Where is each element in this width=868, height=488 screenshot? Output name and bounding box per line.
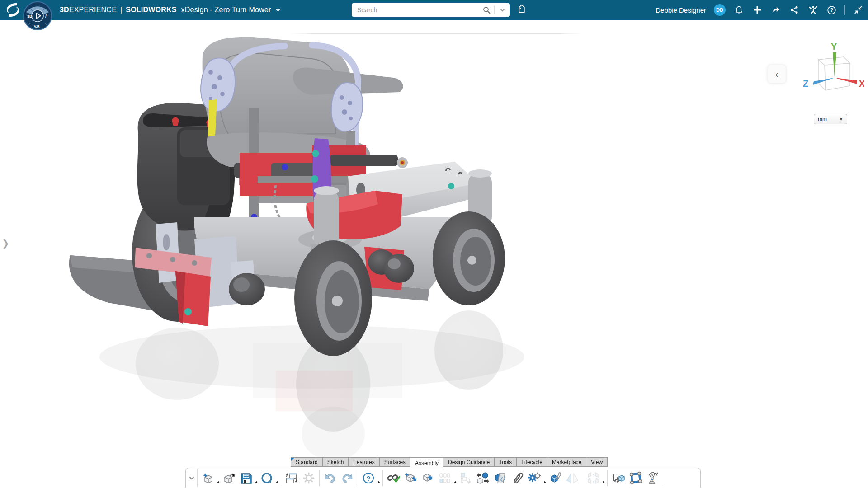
new-part-flyout-arrow[interactable]: ▲ (217, 469, 220, 487)
dassault-3ds-logo[interactable] (4, 2, 21, 18)
mechanisms-button[interactable] (526, 469, 543, 487)
assembly-group: ▲ (383, 469, 583, 487)
undo-button[interactable] (321, 469, 339, 487)
chevron-down-icon (500, 8, 505, 13)
graphics-viewport[interactable]: ❯ (0, 20, 868, 488)
help-flyout-arrow[interactable]: ▲ (377, 469, 381, 487)
tab-sketch[interactable]: Sketch (323, 457, 349, 467)
tab-marketplace[interactable]: Marketplace (547, 457, 586, 467)
units-dropdown[interactable]: mm ▼ (814, 114, 847, 124)
collapse-window-icon (854, 5, 863, 14)
redo-button[interactable] (339, 469, 356, 487)
new-part-button[interactable] (199, 469, 217, 487)
robot-programming-button[interactable] (644, 469, 661, 487)
reload-button[interactable] (258, 469, 275, 487)
insert-component-icon (421, 471, 434, 485)
section-with-clip-button[interactable] (491, 469, 509, 487)
insert-new-component-button[interactable] (402, 469, 419, 487)
app-title: xDesign - Zero Turn Mower (181, 6, 271, 14)
exploded-flyout-arrow[interactable]: ▲ (602, 469, 605, 487)
open-part-button[interactable] (220, 469, 237, 487)
tab-lifecycle[interactable]: Lifecycle (517, 457, 547, 467)
help-group: ? ▲ (358, 469, 382, 487)
actionbar-collapse-chevron-icon[interactable] (186, 469, 198, 487)
me-button[interactable] (807, 5, 818, 15)
help-actionbar-button[interactable]: ? (360, 469, 377, 487)
action-bar: ▲ ▲ (185, 468, 701, 488)
zero-turn-mower-model[interactable] (59, 27, 656, 474)
reload-icon (260, 471, 274, 485)
plus-icon (753, 5, 762, 14)
tab-tools[interactable]: Tools (495, 457, 517, 467)
attach-clip-button[interactable] (509, 469, 526, 487)
file-group: ▲ ▲ (198, 469, 281, 487)
top-bar: 3D i' V.R 3DEXPERIENCE | SOLIDWORKS xDes… (0, 0, 868, 20)
settings-gear-icon (302, 472, 315, 484)
share-arrow-icon (771, 5, 781, 15)
mechanisms-flyout-arrow[interactable]: ▲ (543, 469, 547, 487)
mirror-icon (566, 471, 579, 485)
exploded-view-button[interactable] (585, 469, 602, 487)
resolve-links-button[interactable] (385, 469, 402, 487)
tab-standard[interactable]: Standard (291, 457, 323, 467)
switch-window-icon (285, 471, 298, 485)
tree-reorder-icon (459, 471, 472, 485)
title-chevron-down-icon[interactable] (275, 7, 281, 13)
insert-component-button[interactable] (419, 469, 436, 487)
tag-icon (516, 5, 527, 15)
pattern-button[interactable] (436, 469, 453, 487)
help-button[interactable]: ? (826, 5, 837, 15)
triad-y-label: Y (831, 42, 837, 52)
insert-new-component-icon (404, 471, 417, 485)
tab-design-guidance[interactable]: Design Guidance (443, 457, 495, 467)
brand-solidworks: SOLIDWORKS (126, 6, 176, 14)
tab-view[interactable]: View (586, 457, 608, 467)
help-icon: ? (827, 5, 836, 15)
search-bar[interactable] (352, 3, 510, 17)
help-circle-icon: ? (362, 472, 375, 484)
open-part-icon (222, 471, 236, 485)
search-options-button[interactable] (495, 3, 510, 17)
view-triad[interactable]: Y X Z (797, 42, 864, 110)
tab-assembly[interactable]: Assembly (410, 457, 443, 469)
tab-surfaces[interactable]: Surfaces (380, 457, 410, 467)
replace-component-button[interactable] (474, 469, 491, 487)
save-flyout-arrow[interactable]: ▲ (255, 469, 258, 487)
collapse-panel-button[interactable]: ‹ (768, 65, 786, 83)
linkage-icon (628, 471, 642, 485)
tab-features[interactable]: Features (349, 457, 379, 467)
notifications-button[interactable] (733, 5, 744, 15)
settings-button[interactable] (300, 469, 317, 487)
reload-flyout-arrow[interactable]: ▲ (275, 469, 279, 487)
user-cluster: Debbie Designer DD (656, 0, 863, 20)
share-button[interactable] (770, 5, 781, 15)
undo-icon (323, 471, 337, 485)
component-clip-button[interactable] (547, 469, 564, 487)
brand-experience: EXPERIENCE (69, 6, 117, 14)
component-clip-icon (548, 471, 562, 485)
add-content-button[interactable] (752, 5, 763, 15)
paperclip-icon (510, 471, 524, 485)
exit-fullscreen-button[interactable] (853, 5, 863, 15)
tags-button[interactable] (515, 4, 528, 16)
search-submit-button[interactable] (479, 3, 494, 17)
save-button[interactable] (237, 469, 255, 487)
svg-text:?: ? (830, 7, 833, 13)
user-name[interactable]: Debbie Designer (656, 6, 706, 14)
compass-vr-label: V.R (34, 24, 40, 28)
linkage-button[interactable] (627, 469, 644, 487)
triad-x-label: X (859, 79, 864, 89)
expand-left-panel-chevron-icon[interactable]: ❯ (2, 238, 9, 249)
avatar[interactable]: DD (714, 4, 726, 16)
bell-icon (734, 5, 744, 15)
mirror-button[interactable] (564, 469, 581, 487)
3dexperience-compass[interactable]: 3D i' V.R (23, 1, 52, 31)
units-caret-icon: ▼ (839, 117, 843, 122)
export-model-button[interactable] (609, 469, 627, 487)
pattern-flyout-arrow[interactable]: ▲ (453, 469, 457, 487)
exploded-view-icon (586, 471, 600, 485)
switch-window-button[interactable] (283, 469, 300, 487)
tree-reorder-button[interactable] (457, 469, 474, 487)
search-input[interactable] (352, 6, 479, 14)
social-share-button[interactable] (789, 5, 800, 15)
